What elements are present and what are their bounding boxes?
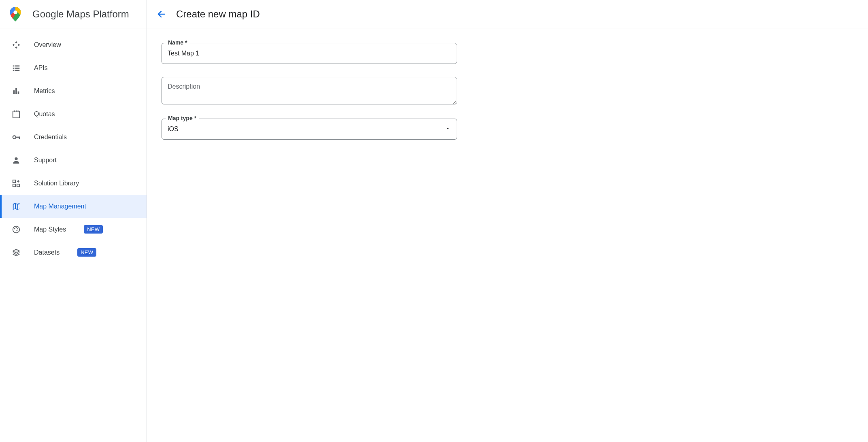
sidebar-item-label: Map Styles [34,226,66,233]
sidebar-item-datasets[interactable]: Datasets NEW [0,241,147,264]
apis-icon [11,63,21,73]
svg-rect-3 [15,65,19,66]
back-button[interactable] [157,9,166,19]
name-label: Name * [166,39,189,46]
svg-rect-7 [15,70,19,71]
sidebar-item-solution-library[interactable]: Solution Library [0,172,147,195]
metrics-icon [11,86,21,96]
sidebar-item-support[interactable]: Support [0,149,147,172]
svg-rect-9 [15,88,17,94]
sidebar-item-label: Map Management [34,203,86,210]
svg-rect-2 [13,65,15,66]
svg-rect-17 [19,136,20,139]
datasets-icon [11,248,21,257]
sidebar-item-label: Metrics [34,87,55,95]
quotas-icon [11,109,21,119]
sidebar-title: Google Maps Platform [32,8,129,20]
svg-rect-11 [13,111,20,118]
sidebar: Google Maps Platform Overview APIs Metri… [0,0,147,442]
map-management-icon [11,202,21,211]
sidebar-item-label: Quotas [34,110,55,118]
main-content: Create new map ID Name * Map type * iOS [147,0,868,442]
arrow-left-icon [157,9,166,19]
svg-point-24 [16,227,17,228]
svg-point-0 [13,10,17,14]
sidebar-item-label: Support [34,157,57,164]
map-type-value: iOS [168,125,179,133]
sidebar-item-map-management[interactable]: Map Management [0,195,147,218]
description-textarea[interactable] [162,77,457,104]
sidebar-header: Google Maps Platform [0,0,147,28]
sidebar-item-overview[interactable]: Overview [0,33,147,56]
main-header: Create new map ID [147,0,868,28]
svg-rect-10 [18,91,19,94]
svg-rect-5 [15,68,19,69]
name-input[interactable] [162,43,457,64]
svg-rect-21 [17,184,19,186]
overview-icon [11,40,21,50]
name-field-wrapper: Name * [162,43,457,64]
sidebar-item-label: Overview [34,41,61,49]
sidebar-item-label: Solution Library [34,180,79,187]
new-badge: NEW [77,248,96,257]
new-badge: NEW [84,225,103,234]
svg-point-23 [14,228,15,229]
map-styles-icon [11,225,21,234]
map-type-field-wrapper: Map type * iOS [162,119,457,140]
map-type-label: Map type * [166,115,199,121]
support-icon [11,155,21,165]
sidebar-item-metrics[interactable]: Metrics [0,79,147,102]
sidebar-item-label: Credentials [34,134,67,141]
sidebar-item-quotas[interactable]: Quotas [0,102,147,125]
solution-library-icon [11,178,21,188]
svg-point-25 [17,228,18,229]
svg-rect-6 [13,70,15,71]
svg-rect-20 [13,184,15,186]
description-field-wrapper [162,77,457,106]
sidebar-item-map-styles[interactable]: Map Styles NEW [0,218,147,241]
svg-point-15 [13,136,16,138]
sidebar-item-apis[interactable]: APIs [0,56,147,79]
map-type-select[interactable]: iOS [162,119,457,140]
form-area: Name * Map type * iOS [147,28,868,167]
sidebar-item-label: Datasets [34,249,60,256]
sidebar-item-label: APIs [34,64,48,72]
google-maps-logo-icon [10,7,21,21]
credentials-icon [11,132,21,142]
svg-rect-8 [13,90,15,94]
svg-point-18 [15,157,17,160]
svg-rect-4 [13,68,15,69]
sidebar-nav: Overview APIs Metrics Quotas [0,28,147,264]
page-title: Create new map ID [176,8,260,20]
sidebar-item-credentials[interactable]: Credentials [0,125,147,149]
svg-rect-19 [13,180,15,182]
svg-point-26 [16,230,17,231]
